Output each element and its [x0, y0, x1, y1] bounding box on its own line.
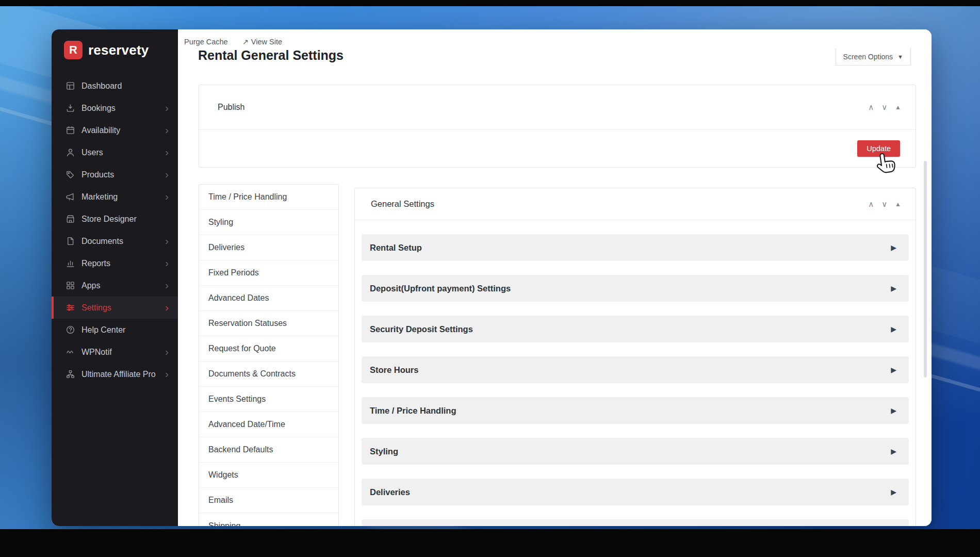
sidebar: R reservety DashboardBookings›Availabili… [52, 29, 178, 526]
settings-nav-item-widgets[interactable]: Widgets [199, 463, 338, 488]
brand-logo[interactable]: R reservety [52, 29, 178, 72]
brand-name: reservety [88, 42, 149, 58]
screen-options-label: Screen Options [843, 53, 893, 61]
chevron-right-icon: › [165, 346, 169, 357]
accordion-caret-icon: ▶ [891, 488, 896, 496]
publish-panel-title: Publish [218, 103, 244, 112]
users-icon [65, 148, 75, 158]
move-down-icon[interactable]: ∨ [881, 200, 887, 209]
external-link-icon: ↗ [242, 38, 249, 46]
sidebar-item-label: Products [81, 170, 159, 179]
accordion-row-store-hours[interactable]: Store Hours▶ [362, 356, 909, 383]
main-content: Purge Cache ↗ View Site Rental General S… [178, 29, 932, 526]
accordion-label: Deliveries [370, 487, 410, 497]
chevron-right-icon: › [165, 235, 169, 246]
accordion-row-rental-setup[interactable]: Rental Setup▶ [362, 234, 909, 261]
settings-nav-item-advanced-dates[interactable]: Advanced Dates [199, 286, 338, 311]
settings-nav-item-fixed-periods[interactable]: Fixed Periods [199, 260, 338, 286]
general-settings-body: Rental Setup▶Deposit(Upfront payment) Se… [355, 220, 916, 526]
panel-controls: ∧ ∨ ▲ [868, 200, 901, 209]
settings-nav-item-emails[interactable]: Emails [199, 488, 338, 513]
accordion-caret-icon: ▶ [891, 284, 896, 292]
admin-toolbar: Purge Cache ↗ View Site [184, 38, 282, 46]
settings-nav-item-reservation-statuses[interactable]: Reservation Statuses [199, 311, 338, 336]
apps-icon [65, 281, 75, 291]
sidebar-item-label: Settings [81, 303, 159, 313]
toggle-panel-icon[interactable]: ▲ [895, 104, 901, 112]
accordion-label: Deposit(Upfront payment) Settings [370, 284, 511, 293]
sidebar-item-users[interactable]: Users› [52, 141, 178, 163]
chevron-right-icon: › [165, 102, 169, 113]
sidebar-item-bookings[interactable]: Bookings› [52, 97, 178, 119]
sidebar-item-documents[interactable]: Documents› [52, 230, 178, 252]
sidebar-item-store-designer[interactable]: Store Designer [52, 208, 178, 230]
settings-nav-item-backend-defaults[interactable]: Backend Defaults [199, 437, 338, 463]
sidebar-item-marketing[interactable]: Marketing› [52, 186, 178, 208]
publish-panel: Publish ∧ ∨ ▲ Update [199, 85, 916, 168]
sidebar-item-reports[interactable]: Reports› [52, 252, 178, 274]
affiliate-icon [65, 369, 75, 380]
chevron-right-icon: › [165, 169, 169, 179]
publish-panel-header: Publish ∧ ∨ ▲ [199, 85, 916, 130]
sidebar-item-dashboard[interactable]: Dashboard [52, 75, 178, 97]
sidebar-item-label: Dashboard [81, 81, 169, 91]
move-down-icon[interactable]: ∨ [881, 103, 887, 112]
letterbox-bottom [0, 529, 980, 557]
sidebar-item-settings[interactable]: Settings› [52, 297, 178, 319]
accordion-label: Styling [370, 447, 398, 456]
accordion-row-styling[interactable]: Styling▶ [362, 438, 909, 465]
app-window: R reservety DashboardBookings›Availabili… [52, 29, 932, 526]
sidebar-item-ultimate-affiliate-pro[interactable]: Ultimate Affiliate Pro› [52, 363, 178, 385]
settings-nav-item-events-settings[interactable]: Events Settings [199, 387, 338, 412]
page-title: Rental General Settings [198, 48, 344, 63]
chevron-right-icon: › [165, 124, 169, 135]
settings-nav-item-advanced-date-time[interactable]: Advanced Date/Time [199, 412, 338, 437]
sidebar-item-label: Help Center [81, 325, 169, 335]
accordion-row-security-deposit-settings[interactable]: Security Deposit Settings▶ [362, 316, 909, 342]
accordion-caret-icon: ▶ [891, 366, 896, 374]
availability-icon [65, 125, 75, 136]
sidebar-item-products[interactable]: Products› [52, 163, 178, 186]
settings-nav-item-documents-contracts[interactable]: Documents & Contracts [199, 362, 338, 387]
accordion-label: Time / Price Handling [370, 406, 456, 416]
chevron-right-icon: › [165, 191, 169, 202]
settings-nav-item-shipping[interactable]: Shipping [199, 513, 338, 526]
sidebar-item-wpnotif[interactable]: WPNotif› [52, 341, 178, 363]
desktop: R reservety DashboardBookings›Availabili… [0, 0, 980, 557]
sidebar-item-label: Store Designer [81, 214, 169, 224]
bookings-icon [65, 103, 75, 113]
screen-options-button[interactable]: Screen Options ▼ [836, 48, 911, 65]
accordion-row-deliveries[interactable]: Deliveries▶ [362, 479, 909, 505]
sidebar-item-label: Apps [81, 281, 159, 290]
purge-cache-link[interactable]: Purge Cache [184, 38, 228, 46]
move-up-icon[interactable]: ∧ [868, 103, 874, 112]
wpnotif-icon [65, 347, 75, 357]
sidebar-item-label: Marketing [81, 192, 159, 202]
scrollbar-thumb[interactable] [924, 161, 927, 378]
settings-icon [65, 303, 75, 313]
accordion-caret-icon: ▶ [891, 447, 896, 455]
view-site-link[interactable]: ↗ View Site [242, 38, 282, 46]
settings-nav-item-deliveries[interactable]: Deliveries [199, 235, 338, 260]
dropdown-caret-icon: ▼ [897, 54, 903, 60]
hand-cursor [871, 150, 900, 181]
accordion-caret-icon: ▶ [891, 243, 896, 252]
accordion-caret-icon: ▶ [891, 406, 896, 415]
toggle-panel-icon[interactable]: ▲ [895, 201, 901, 209]
settings-nav-item-styling[interactable]: Styling [199, 210, 338, 235]
panel-controls: ∧ ∨ ▲ [868, 103, 901, 112]
accordion-caret-icon: ▶ [891, 325, 896, 333]
settings-nav-item-request-for-quote[interactable]: Request for Quote [199, 336, 338, 362]
sidebar-item-help-center[interactable]: Help Center [52, 319, 178, 341]
help-icon [65, 325, 75, 335]
general-settings-title: General Settings [371, 199, 434, 209]
accordion-row-deposit-upfront-payment-settings[interactable]: Deposit(Upfront payment) Settings▶ [362, 275, 909, 302]
settings-nav-item-time-price-handling[interactable]: Time / Price Handling [199, 185, 338, 210]
brand-logo-icon: R [64, 41, 83, 59]
sidebar-item-apps[interactable]: Apps› [52, 274, 178, 297]
chevron-right-icon: › [165, 146, 169, 157]
accordion-row-time-price-handling[interactable]: Time / Price Handling▶ [362, 397, 909, 424]
accordion-row-partial[interactable] [362, 519, 909, 526]
sidebar-item-availability[interactable]: Availability› [52, 119, 178, 141]
move-up-icon[interactable]: ∧ [868, 200, 874, 209]
